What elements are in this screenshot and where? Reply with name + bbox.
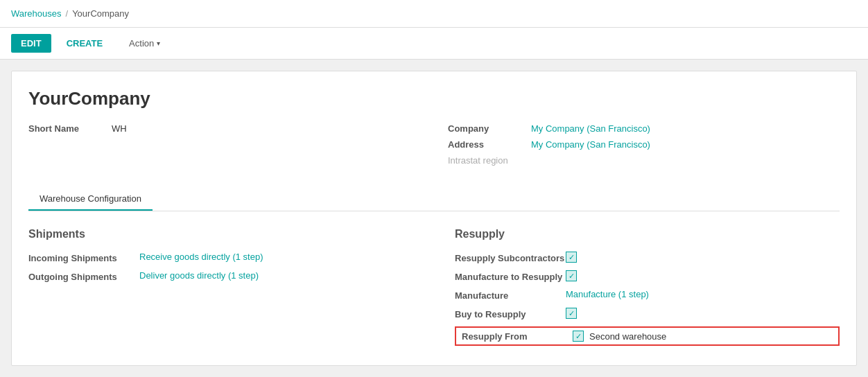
resupply-from-checkbox[interactable]: ✓ bbox=[573, 331, 584, 342]
short-name-label: Short Name bbox=[28, 123, 112, 134]
breadcrumb-separator: / bbox=[66, 8, 69, 19]
resupply-subcontractors-row: Resupply Subcontractors ✓ bbox=[455, 252, 840, 263]
outgoing-shipments-value[interactable]: Deliver goods directly (1 step) bbox=[139, 270, 259, 281]
manufacture-resupply-row: Manufacture to Resupply ✓ bbox=[455, 270, 840, 282]
field-group-right: Company My Company (San Francisco) Addre… bbox=[448, 123, 840, 171]
manufacture-resupply-checkbox-cell: ✓ bbox=[566, 270, 577, 281]
manufacture-resupply-label: Manufacture to Resupply bbox=[455, 270, 566, 282]
buy-resupply-row: Buy to Resupply ✓ bbox=[455, 308, 840, 319]
resupply-title: Resupply bbox=[455, 228, 840, 240]
tabs: Warehouse Configuration bbox=[28, 188, 840, 211]
shipments-section: Shipments Incoming Shipments Receive goo… bbox=[28, 228, 413, 349]
manufacture-value[interactable]: Manufacture (1 step) bbox=[566, 289, 649, 299]
form-title: YourCompany bbox=[28, 88, 840, 109]
resupply-section: Resupply Resupply Subcontractors ✓ Manuf… bbox=[455, 228, 840, 349]
breadcrumb-warehouses-link[interactable]: Warehouses bbox=[11, 8, 62, 19]
company-value[interactable]: My Company (San Francisco) bbox=[531, 123, 650, 134]
address-row: Address My Company (San Francisco) bbox=[448, 139, 840, 150]
outgoing-shipments-row: Outgoing Shipments Deliver goods directl… bbox=[28, 270, 413, 282]
incoming-shipments-row: Incoming Shipments Receive goods directl… bbox=[28, 252, 413, 263]
config-section: Shipments Incoming Shipments Receive goo… bbox=[28, 228, 840, 349]
incoming-shipments-label: Incoming Shipments bbox=[28, 252, 139, 263]
resupply-from-row: Resupply From ✓ Second warehouse bbox=[455, 326, 840, 346]
outgoing-shipments-label: Outgoing Shipments bbox=[28, 270, 139, 282]
short-name-value: WH bbox=[112, 123, 127, 134]
intrastat-row: Intrastat region bbox=[448, 155, 840, 166]
address-value[interactable]: My Company (San Francisco) bbox=[531, 139, 650, 150]
resupply-subcontractors-checkbox-cell: ✓ bbox=[566, 252, 577, 263]
incoming-shipments-value[interactable]: Receive goods directly (1 step) bbox=[139, 252, 263, 262]
main-content: YourCompany Short Name WH Company My Com… bbox=[11, 71, 857, 366]
buy-resupply-checkbox-cell: ✓ bbox=[566, 308, 577, 319]
top-bar: Warehouses / YourCompany EDIT CREATE Act… bbox=[0, 0, 868, 60]
intrastat-label: Intrastat region bbox=[448, 155, 531, 166]
address-label: Address bbox=[448, 139, 531, 150]
action-dropdown-arrow: ▾ bbox=[157, 40, 160, 47]
breadcrumb-current: YourCompany bbox=[72, 8, 129, 19]
action-button[interactable]: Action ▾ bbox=[129, 38, 160, 49]
resupply-subcontractors-checkbox[interactable]: ✓ bbox=[566, 252, 577, 263]
shipments-title: Shipments bbox=[28, 228, 413, 240]
action-label: Action bbox=[129, 38, 154, 49]
buy-resupply-checkbox[interactable]: ✓ bbox=[566, 308, 577, 319]
create-button[interactable]: CREATE bbox=[57, 34, 112, 53]
field-group-left: Short Name WH bbox=[28, 123, 420, 171]
manufacture-label: Manufacture bbox=[455, 289, 566, 301]
resupply-subcontractors-label: Resupply Subcontractors bbox=[455, 252, 566, 263]
tab-warehouse-configuration[interactable]: Warehouse Configuration bbox=[28, 188, 153, 211]
resupply-from-warehouse: Second warehouse bbox=[589, 331, 666, 342]
manufacture-row: Manufacture Manufacture (1 step) bbox=[455, 289, 840, 301]
resupply-from-label: Resupply From bbox=[462, 331, 573, 342]
buy-resupply-label: Buy to Resupply bbox=[455, 308, 566, 319]
manufacture-resupply-checkbox[interactable]: ✓ bbox=[566, 270, 577, 281]
form-fields: Short Name WH Company My Company (San Fr… bbox=[28, 123, 840, 171]
breadcrumb: Warehouses / YourCompany bbox=[11, 8, 129, 19]
edit-button[interactable]: EDIT bbox=[11, 34, 51, 53]
company-row: Company My Company (San Francisco) bbox=[448, 123, 840, 134]
short-name-row: Short Name WH bbox=[28, 123, 420, 134]
company-label: Company bbox=[448, 123, 531, 134]
toolbar: EDIT CREATE Action ▾ bbox=[0, 28, 868, 60]
resupply-from-value: ✓ Second warehouse bbox=[573, 331, 666, 342]
